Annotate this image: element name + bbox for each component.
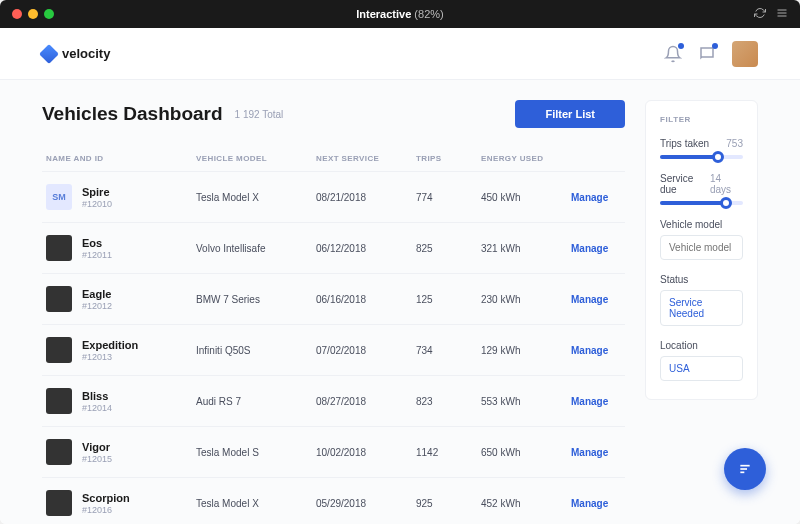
cell-model: Tesla Model S [196, 447, 306, 458]
cell-service: 08/21/2018 [316, 192, 406, 203]
trips-filter-label: Trips taken [660, 138, 709, 149]
cell-service: 07/02/2018 [316, 345, 406, 356]
table-row: Eos#12011Volvo Intellisafe06/12/20188253… [42, 222, 625, 273]
vehicle-name: Vigor [82, 441, 112, 453]
cell-trips: 774 [416, 192, 471, 203]
message-badge [712, 43, 718, 49]
vehicle-name: Spire [82, 186, 112, 198]
window-titlebar: Interactive (82%) [0, 0, 800, 28]
cell-energy: 450 kWh [481, 192, 561, 203]
cell-energy: 321 kWh [481, 243, 561, 254]
table-row: Bliss#12014Audi RS 708/27/2018823553 kWh… [42, 375, 625, 426]
vehicle-name: Bliss [82, 390, 112, 402]
vehicle-thumbnail [46, 286, 72, 312]
window-title: Interactive (82%) [356, 8, 443, 20]
vehicle-thumbnail: SM [46, 184, 72, 210]
cell-model: Infiniti Q50S [196, 345, 306, 356]
vehicle-thumbnail [46, 388, 72, 414]
avatar[interactable] [732, 41, 758, 67]
maximize-window-button[interactable] [44, 9, 54, 19]
vehicle-thumbnail [46, 439, 72, 465]
vehicle-thumbnail [46, 490, 72, 516]
cell-energy: 650 kWh [481, 447, 561, 458]
vehicle-id: #12013 [82, 352, 138, 362]
brand-name: velocity [62, 46, 110, 61]
notifications-button[interactable] [664, 45, 682, 63]
cell-model: BMW 7 Series [196, 294, 306, 305]
minimize-window-button[interactable] [28, 9, 38, 19]
fab-button[interactable] [724, 448, 766, 490]
column-header: ENERGY USED [481, 154, 561, 163]
vehicle-thumbnail [46, 337, 72, 363]
location-filter-select[interactable]: USA [660, 356, 743, 381]
table-row: Vigor#12015Tesla Model S10/02/2018114265… [42, 426, 625, 477]
brand-icon [39, 44, 59, 64]
column-header: NEXT SERVICE [316, 154, 406, 163]
cell-energy: 129 kWh [481, 345, 561, 356]
manage-link[interactable]: Manage [571, 447, 621, 458]
cell-trips: 823 [416, 396, 471, 407]
cell-trips: 825 [416, 243, 471, 254]
vehicle-name: Eagle [82, 288, 112, 300]
model-filter-label: Vehicle model [660, 219, 743, 230]
cell-trips: 125 [416, 294, 471, 305]
service-filter-value: 14 days [710, 173, 743, 195]
topbar: velocity [0, 28, 800, 80]
column-header: NAME AND ID [46, 154, 186, 163]
column-header: TRIPS [416, 154, 471, 163]
menu-icon[interactable] [776, 5, 788, 23]
filter-panel-title: FILTER [660, 115, 743, 124]
cell-service: 05/29/2018 [316, 498, 406, 509]
notification-badge [678, 43, 684, 49]
cell-model: Tesla Model X [196, 192, 306, 203]
table-row: Eagle#12012BMW 7 Series06/16/2018125230 … [42, 273, 625, 324]
cell-service: 06/16/2018 [316, 294, 406, 305]
cell-trips: 1142 [416, 447, 471, 458]
vehicle-thumbnail [46, 235, 72, 261]
location-filter-label: Location [660, 340, 743, 351]
cell-energy: 230 kWh [481, 294, 561, 305]
manage-link[interactable]: Manage [571, 192, 621, 203]
vehicle-id: #12012 [82, 301, 112, 311]
vehicle-id: #12016 [82, 505, 130, 515]
vehicle-id: #12014 [82, 403, 112, 413]
brand[interactable]: velocity [42, 46, 110, 61]
manage-link[interactable]: Manage [571, 345, 621, 356]
service-slider[interactable] [660, 201, 743, 205]
cell-model: Audi RS 7 [196, 396, 306, 407]
cell-trips: 925 [416, 498, 471, 509]
cell-service: 08/27/2018 [316, 396, 406, 407]
manage-link[interactable]: Manage [571, 396, 621, 407]
messages-button[interactable] [698, 45, 716, 63]
table-row: Expedition#12013Infiniti Q50S07/02/20187… [42, 324, 625, 375]
refresh-icon[interactable] [754, 5, 766, 23]
cell-service: 10/02/2018 [316, 447, 406, 458]
close-window-button[interactable] [12, 9, 22, 19]
table-row: Scorpion#12016Tesla Model X05/29/2018925… [42, 477, 625, 524]
filter-list-button[interactable]: Filter List [515, 100, 625, 128]
vehicles-table: NAME AND IDVEHICLE MODELNEXT SERVICETRIP… [42, 146, 625, 524]
manage-link[interactable]: Manage [571, 243, 621, 254]
vehicle-id: #12015 [82, 454, 112, 464]
vehicle-id: #12011 [82, 250, 112, 260]
manage-link[interactable]: Manage [571, 294, 621, 305]
filter-panel: FILTER Trips taken 753 Service due 14 da… [645, 100, 758, 400]
trips-slider[interactable] [660, 155, 743, 159]
column-header: VEHICLE MODEL [196, 154, 306, 163]
vehicle-id: #12010 [82, 199, 112, 209]
page-subtitle: 1 192 Total [235, 109, 284, 120]
page-title: Vehicles Dashboard [42, 103, 223, 125]
cell-model: Tesla Model X [196, 498, 306, 509]
cell-service: 06/12/2018 [316, 243, 406, 254]
status-filter-label: Status [660, 274, 743, 285]
manage-link[interactable]: Manage [571, 498, 621, 509]
service-filter-label: Service due [660, 173, 710, 195]
vehicle-name: Eos [82, 237, 112, 249]
table-row: SMSpire#12010Tesla Model X08/21/20187744… [42, 171, 625, 222]
model-filter-input[interactable] [660, 235, 743, 260]
cell-trips: 734 [416, 345, 471, 356]
vehicle-name: Scorpion [82, 492, 130, 504]
cell-energy: 452 kWh [481, 498, 561, 509]
status-filter-select[interactable]: Service Needed [660, 290, 743, 326]
vehicle-name: Expedition [82, 339, 138, 351]
